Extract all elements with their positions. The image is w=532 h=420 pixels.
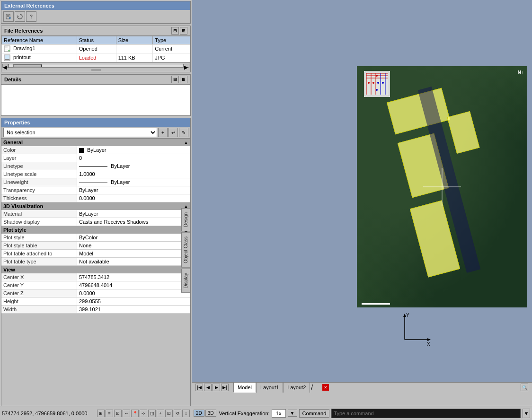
section-3d-viz[interactable]: 3D Visualization ▲ [1,202,190,210]
prop-tool-btn1[interactable]: + [158,128,168,137]
model-tab[interactable]: Model [233,382,256,393]
help-button[interactable]: ? [26,11,36,22]
vert-exag-dropdown[interactable]: ▼ [288,410,297,417]
search-icon[interactable]: 🔍 [521,384,528,391]
status-icon7[interactable]: ◫ [148,410,156,417]
h-scroll-track[interactable] [8,64,184,68]
vert-exag-label: Vertical Exaggeration: [219,411,270,416]
close-icon[interactable]: ✕ [322,384,329,391]
svg-point-29 [382,82,384,84]
file-references-title: File References [4,28,43,34]
prop-row-center-y: Center Y 4796648.4014 [1,281,190,289]
table-row[interactable]: printout Loaded 111 KB JPG [2,53,190,62]
props-content: General ▲ Color ByLayer Layer 0 Linetype… [1,139,190,314]
design-tab[interactable]: Design [181,208,190,231]
attach-button[interactable] [3,11,14,22]
file-ref-scrollbar[interactable]: ◀ ▶ [1,62,190,68]
refresh-button[interactable] [15,11,25,22]
2d-button[interactable]: 2D [194,410,204,417]
coordinate-display: 574774.2952, 4796659.8061, 0.0000 [2,411,87,416]
svg-point-26 [368,82,370,84]
status-icon3[interactable]: ⊡ [114,410,122,417]
main-viewport: N↑ Y X [192,0,532,392]
lineweight-line [79,183,107,183]
prop-row-color: Color ByLayer [1,146,190,154]
prop-row-plotstyle: Plot style ByColor [1,234,190,242]
resize-handle[interactable] [1,68,190,72]
svg-rect-7 [5,46,8,48]
scroll-right[interactable]: ▶ [184,64,189,68]
properties-header: Properties [1,118,190,127]
prop-tool-btn3[interactable]: ✎ [179,128,188,137]
details-icon1[interactable]: ⊟ [171,76,179,83]
display-tab[interactable]: Display [181,269,190,293]
file-references-table: Reference Name Status Size Type [1,36,190,62]
status-icon4[interactable]: ↔ [123,410,130,417]
selection-dropdown[interactable]: No selection [3,128,157,137]
prop-row-lineweight: Lineweight ByLayer [1,178,190,186]
status-icon6[interactable]: ⊹ [140,410,147,417]
nav-first[interactable]: |◀ [195,384,203,391]
prop-row-plotstyle-table: Plot style table None [1,242,190,250]
prop-row-material: Material ByLayer [1,210,190,218]
ext-ref-toolbar: ? [1,10,190,23]
scroll-left[interactable]: ◀ [2,64,8,68]
col-type[interactable]: Type [153,36,190,44]
status-icon11[interactable]: ↕ [182,410,190,417]
svg-rect-8 [5,49,9,49]
status-icon1[interactable]: ⊞ [97,410,105,417]
cmd-tools: 2D 3D Vertical Exaggeration: 1x ▼ [194,409,297,418]
prop-row-ltscale: Linetype scale 1.0000 [1,170,190,178]
status-icon8[interactable]: + [157,410,164,417]
svg-text:Y: Y [406,313,409,318]
ext-ref-label: External References [4,3,54,9]
prop-tool-btn2[interactable]: ↩ [168,128,178,137]
layout2-tab[interactable]: Layout2 [283,382,310,393]
prop-row-layer: Layer 0 [1,154,190,162]
compass [364,71,390,97]
nav-next[interactable]: ▶ [213,384,220,391]
color-swatch [79,148,84,153]
prop-row-shadow: Shadow display Casts and Receives Shadow… [1,218,190,226]
add-layout-btn[interactable]: / [310,384,314,391]
object-class-tab[interactable]: Object Class [181,232,190,268]
svg-text:X: X [427,341,430,347]
file-ref-icon1[interactable]: ⊟ [171,27,179,35]
col-size[interactable]: Size [116,36,153,44]
status-icon9[interactable]: ⊡ [165,410,173,417]
details-title: Details [4,77,21,82]
satellite-view[interactable]: N↑ [357,66,527,307]
layout1-tab[interactable]: Layout1 [256,382,283,393]
section-general[interactable]: General ▲ [1,139,190,146]
vert-exag-value[interactable]: 1x [272,409,286,418]
prop-row-center-z: Center Z 0.0000 [1,289,190,298]
section-view[interactable]: View ▲ [1,266,190,273]
file-ref-icon2[interactable]: ⊞ [180,27,187,35]
prop-row-thickness: Thickness 0.0000 [1,194,190,202]
col-ref-name[interactable]: Reference Name [2,36,77,44]
command-button[interactable]: Command [299,409,330,418]
svg-point-31 [376,89,378,91]
col-status[interactable]: Status [77,36,116,44]
close-viewport-btn[interactable]: ✕ [320,384,329,391]
prop-row-height: Height 299.0555 [1,298,190,306]
nav-last[interactable]: ▶| [221,384,229,391]
status-icon10[interactable]: ⟲ [174,410,181,417]
cmd-submit-btn[interactable]: ▼ [523,409,530,418]
3d-button[interactable]: 3D [205,410,216,417]
command-input[interactable] [331,409,521,418]
nav-prev[interactable]: ◀ [204,384,212,391]
svg-rect-13 [5,59,9,60]
details-icon2[interactable]: ⊞ [180,76,187,83]
scale-line [362,303,390,305]
section-plot[interactable]: Plot style ▲ [1,226,190,234]
svg-marker-36 [427,338,431,341]
status-icon5[interactable]: 📍 [131,410,139,417]
prop-row-width: Width 399.1021 [1,306,190,314]
status-bar: 574774.2952, 4796659.8061, 0.0000 ⊞ ≡ ⊡ … [0,406,192,420]
linetype-line [79,166,107,167]
h-scroll-thumb[interactable] [13,64,42,67]
status-icon2[interactable]: ≡ [106,410,113,417]
viewport-search: 🔍 [519,384,530,391]
table-row[interactable]: Drawing1 Opened Current [2,44,190,53]
